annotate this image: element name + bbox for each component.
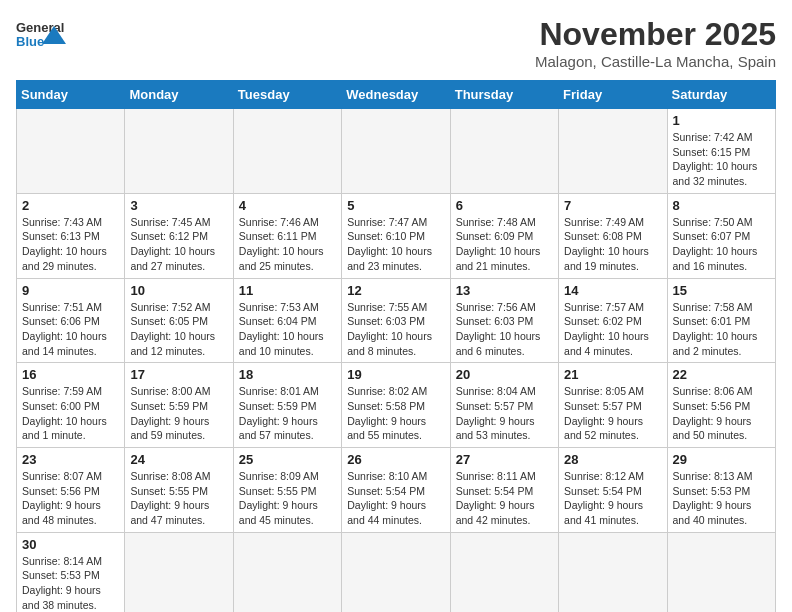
day-info: Sunrise: 8:02 AM Sunset: 5:58 PM Dayligh… bbox=[347, 384, 444, 443]
calendar-day-cell: 11Sunrise: 7:53 AM Sunset: 6:04 PM Dayli… bbox=[233, 278, 341, 363]
day-info: Sunrise: 7:49 AM Sunset: 6:08 PM Dayligh… bbox=[564, 215, 661, 274]
calendar-week-row: 23Sunrise: 8:07 AM Sunset: 5:56 PM Dayli… bbox=[17, 448, 776, 533]
day-info: Sunrise: 8:14 AM Sunset: 5:53 PM Dayligh… bbox=[22, 554, 119, 612]
calendar-day-cell: 29Sunrise: 8:13 AM Sunset: 5:53 PM Dayli… bbox=[667, 448, 775, 533]
calendar-day-cell: 19Sunrise: 8:02 AM Sunset: 5:58 PM Dayli… bbox=[342, 363, 450, 448]
day-info: Sunrise: 7:55 AM Sunset: 6:03 PM Dayligh… bbox=[347, 300, 444, 359]
day-number: 19 bbox=[347, 367, 444, 382]
day-number: 4 bbox=[239, 198, 336, 213]
day-number: 30 bbox=[22, 537, 119, 552]
weekday-header-friday: Friday bbox=[559, 81, 667, 109]
weekday-header-tuesday: Tuesday bbox=[233, 81, 341, 109]
calendar-day-cell: 1Sunrise: 7:42 AM Sunset: 6:15 PM Daylig… bbox=[667, 109, 775, 194]
day-info: Sunrise: 8:13 AM Sunset: 5:53 PM Dayligh… bbox=[673, 469, 770, 528]
calendar-day-cell: 2Sunrise: 7:43 AM Sunset: 6:13 PM Daylig… bbox=[17, 193, 125, 278]
calendar-day-cell bbox=[559, 532, 667, 612]
day-info: Sunrise: 8:05 AM Sunset: 5:57 PM Dayligh… bbox=[564, 384, 661, 443]
calendar-day-cell bbox=[125, 109, 233, 194]
day-number: 18 bbox=[239, 367, 336, 382]
day-info: Sunrise: 7:43 AM Sunset: 6:13 PM Dayligh… bbox=[22, 215, 119, 274]
calendar-week-row: 16Sunrise: 7:59 AM Sunset: 6:00 PM Dayli… bbox=[17, 363, 776, 448]
weekday-header-row: SundayMondayTuesdayWednesdayThursdayFrid… bbox=[17, 81, 776, 109]
day-number: 22 bbox=[673, 367, 770, 382]
day-number: 20 bbox=[456, 367, 553, 382]
day-info: Sunrise: 7:57 AM Sunset: 6:02 PM Dayligh… bbox=[564, 300, 661, 359]
day-number: 24 bbox=[130, 452, 227, 467]
day-info: Sunrise: 8:01 AM Sunset: 5:59 PM Dayligh… bbox=[239, 384, 336, 443]
day-number: 27 bbox=[456, 452, 553, 467]
day-info: Sunrise: 8:08 AM Sunset: 5:55 PM Dayligh… bbox=[130, 469, 227, 528]
calendar-day-cell bbox=[667, 532, 775, 612]
day-number: 23 bbox=[22, 452, 119, 467]
day-info: Sunrise: 7:42 AM Sunset: 6:15 PM Dayligh… bbox=[673, 130, 770, 189]
calendar-day-cell: 20Sunrise: 8:04 AM Sunset: 5:57 PM Dayli… bbox=[450, 363, 558, 448]
calendar-day-cell bbox=[233, 109, 341, 194]
location-subtitle: Malagon, Castille-La Mancha, Spain bbox=[535, 53, 776, 70]
calendar-day-cell bbox=[233, 532, 341, 612]
day-number: 6 bbox=[456, 198, 553, 213]
day-info: Sunrise: 8:07 AM Sunset: 5:56 PM Dayligh… bbox=[22, 469, 119, 528]
calendar-day-cell: 15Sunrise: 7:58 AM Sunset: 6:01 PM Dayli… bbox=[667, 278, 775, 363]
calendar-week-row: 30Sunrise: 8:14 AM Sunset: 5:53 PM Dayli… bbox=[17, 532, 776, 612]
calendar-day-cell: 21Sunrise: 8:05 AM Sunset: 5:57 PM Dayli… bbox=[559, 363, 667, 448]
calendar-day-cell: 17Sunrise: 8:00 AM Sunset: 5:59 PM Dayli… bbox=[125, 363, 233, 448]
calendar-title-block: November 2025 Malagon, Castille-La Manch… bbox=[535, 16, 776, 70]
logo: General Blue bbox=[16, 16, 66, 60]
day-number: 26 bbox=[347, 452, 444, 467]
day-number: 2 bbox=[22, 198, 119, 213]
calendar-day-cell: 25Sunrise: 8:09 AM Sunset: 5:55 PM Dayli… bbox=[233, 448, 341, 533]
weekday-header-sunday: Sunday bbox=[17, 81, 125, 109]
calendar-day-cell: 16Sunrise: 7:59 AM Sunset: 6:00 PM Dayli… bbox=[17, 363, 125, 448]
day-info: Sunrise: 8:10 AM Sunset: 5:54 PM Dayligh… bbox=[347, 469, 444, 528]
calendar-day-cell bbox=[450, 532, 558, 612]
day-number: 10 bbox=[130, 283, 227, 298]
day-info: Sunrise: 7:59 AM Sunset: 6:00 PM Dayligh… bbox=[22, 384, 119, 443]
calendar-day-cell: 6Sunrise: 7:48 AM Sunset: 6:09 PM Daylig… bbox=[450, 193, 558, 278]
calendar-day-cell: 8Sunrise: 7:50 AM Sunset: 6:07 PM Daylig… bbox=[667, 193, 775, 278]
calendar-day-cell: 13Sunrise: 7:56 AM Sunset: 6:03 PM Dayli… bbox=[450, 278, 558, 363]
day-info: Sunrise: 8:00 AM Sunset: 5:59 PM Dayligh… bbox=[130, 384, 227, 443]
calendar-day-cell bbox=[450, 109, 558, 194]
calendar-day-cell bbox=[342, 109, 450, 194]
calendar-week-row: 9Sunrise: 7:51 AM Sunset: 6:06 PM Daylig… bbox=[17, 278, 776, 363]
calendar-day-cell: 22Sunrise: 8:06 AM Sunset: 5:56 PM Dayli… bbox=[667, 363, 775, 448]
calendar-day-cell bbox=[17, 109, 125, 194]
calendar-day-cell: 4Sunrise: 7:46 AM Sunset: 6:11 PM Daylig… bbox=[233, 193, 341, 278]
calendar-day-cell: 7Sunrise: 7:49 AM Sunset: 6:08 PM Daylig… bbox=[559, 193, 667, 278]
day-number: 13 bbox=[456, 283, 553, 298]
day-number: 8 bbox=[673, 198, 770, 213]
calendar-day-cell: 12Sunrise: 7:55 AM Sunset: 6:03 PM Dayli… bbox=[342, 278, 450, 363]
day-number: 21 bbox=[564, 367, 661, 382]
day-info: Sunrise: 8:04 AM Sunset: 5:57 PM Dayligh… bbox=[456, 384, 553, 443]
calendar-day-cell: 23Sunrise: 8:07 AM Sunset: 5:56 PM Dayli… bbox=[17, 448, 125, 533]
day-number: 1 bbox=[673, 113, 770, 128]
day-number: 17 bbox=[130, 367, 227, 382]
day-number: 7 bbox=[564, 198, 661, 213]
day-info: Sunrise: 7:48 AM Sunset: 6:09 PM Dayligh… bbox=[456, 215, 553, 274]
day-info: Sunrise: 8:12 AM Sunset: 5:54 PM Dayligh… bbox=[564, 469, 661, 528]
day-number: 15 bbox=[673, 283, 770, 298]
calendar-week-row: 2Sunrise: 7:43 AM Sunset: 6:13 PM Daylig… bbox=[17, 193, 776, 278]
day-info: Sunrise: 7:47 AM Sunset: 6:10 PM Dayligh… bbox=[347, 215, 444, 274]
calendar-day-cell: 26Sunrise: 8:10 AM Sunset: 5:54 PM Dayli… bbox=[342, 448, 450, 533]
calendar-table: SundayMondayTuesdayWednesdayThursdayFrid… bbox=[16, 80, 776, 612]
page-header: General Blue November 2025 Malagon, Cast… bbox=[16, 16, 776, 70]
day-number: 14 bbox=[564, 283, 661, 298]
day-info: Sunrise: 7:56 AM Sunset: 6:03 PM Dayligh… bbox=[456, 300, 553, 359]
day-number: 11 bbox=[239, 283, 336, 298]
day-info: Sunrise: 7:58 AM Sunset: 6:01 PM Dayligh… bbox=[673, 300, 770, 359]
calendar-day-cell: 5Sunrise: 7:47 AM Sunset: 6:10 PM Daylig… bbox=[342, 193, 450, 278]
weekday-header-wednesday: Wednesday bbox=[342, 81, 450, 109]
day-number: 5 bbox=[347, 198, 444, 213]
day-number: 29 bbox=[673, 452, 770, 467]
weekday-header-saturday: Saturday bbox=[667, 81, 775, 109]
day-info: Sunrise: 8:09 AM Sunset: 5:55 PM Dayligh… bbox=[239, 469, 336, 528]
calendar-day-cell: 24Sunrise: 8:08 AM Sunset: 5:55 PM Dayli… bbox=[125, 448, 233, 533]
svg-text:Blue: Blue bbox=[16, 34, 44, 49]
day-info: Sunrise: 7:51 AM Sunset: 6:06 PM Dayligh… bbox=[22, 300, 119, 359]
calendar-day-cell bbox=[559, 109, 667, 194]
day-info: Sunrise: 7:52 AM Sunset: 6:05 PM Dayligh… bbox=[130, 300, 227, 359]
day-info: Sunrise: 7:53 AM Sunset: 6:04 PM Dayligh… bbox=[239, 300, 336, 359]
general-blue-logo-icon: General Blue bbox=[16, 16, 66, 60]
calendar-day-cell: 10Sunrise: 7:52 AM Sunset: 6:05 PM Dayli… bbox=[125, 278, 233, 363]
